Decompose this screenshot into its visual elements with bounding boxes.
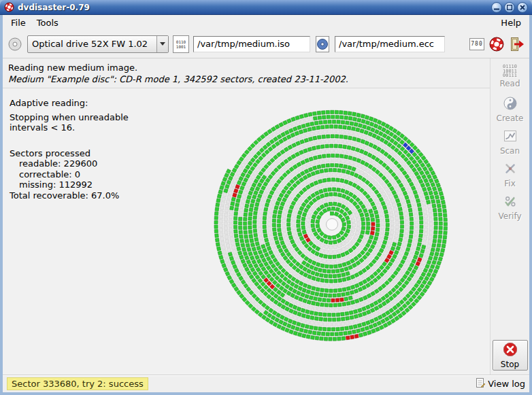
scan-button-label: Scan bbox=[500, 146, 520, 156]
titlebar[interactable]: dvdisaster-0.79 bbox=[0, 0, 532, 15]
create-button[interactable]: Create bbox=[493, 94, 528, 124]
drive-select-value: Optical drive 52X FW 1.02 bbox=[28, 39, 156, 49]
total-recoverable: Total recoverable: 67.0% bbox=[10, 190, 129, 201]
status-message: Sector 333680, try 2: success bbox=[7, 377, 148, 390]
maximize-button[interactable] bbox=[504, 2, 515, 13]
stop-condition-line2: intervals < 16. bbox=[10, 122, 129, 133]
medium-info: Medium "Example disc": CD-R mode 1, 3425… bbox=[8, 73, 484, 85]
fix-button-label: Fix bbox=[504, 179, 515, 188]
scan-button[interactable]: Scan bbox=[493, 126, 528, 157]
preferences-icon[interactable]: 780 bbox=[469, 38, 484, 50]
close-button[interactable] bbox=[517, 2, 528, 13]
fix-icon bbox=[503, 161, 518, 178]
menu-file[interactable]: File bbox=[5, 16, 31, 29]
main-area: Adaptive reading: Stopping when unreadab… bbox=[3, 88, 490, 375]
view-log-icon bbox=[476, 377, 485, 390]
correctable-count: correctable: 0 bbox=[10, 169, 129, 180]
image-file-icon: 0110 1001 bbox=[173, 35, 189, 53]
minimize-button[interactable] bbox=[491, 2, 502, 13]
app-icon bbox=[4, 2, 14, 12]
menubar: File Tools Help bbox=[3, 15, 529, 30]
stop-icon bbox=[503, 342, 518, 359]
view-log-label: View log bbox=[488, 379, 525, 389]
help-icon[interactable] bbox=[488, 36, 505, 52]
window-title: dvdisaster-0.79 bbox=[18, 3, 488, 12]
sectors-processed-title: Sectors processed bbox=[10, 148, 129, 159]
ecc-path-input[interactable] bbox=[335, 36, 445, 52]
readable-count: readable: 229600 bbox=[10, 158, 129, 169]
statusbar: Sector 333680, try 2: success View log bbox=[3, 375, 529, 392]
create-button-label: Create bbox=[497, 114, 524, 123]
drive-icon bbox=[7, 36, 23, 52]
status-line1: Reading new medium image. bbox=[8, 62, 484, 73]
read-icon: 01110 10011 00111 bbox=[503, 65, 517, 78]
menu-tools[interactable]: Tools bbox=[31, 16, 64, 29]
quit-icon[interactable] bbox=[509, 36, 525, 52]
adaptive-reading-title: Adaptive reading: bbox=[10, 98, 129, 109]
view-log-button[interactable]: View log bbox=[476, 377, 525, 390]
verify-button-label: Verify bbox=[498, 211, 521, 221]
scan-icon bbox=[503, 128, 518, 145]
menu-help[interactable]: Help bbox=[495, 16, 527, 29]
toolbar: Optical drive 52X FW 1.02 0110 1001 780 bbox=[3, 30, 529, 58]
create-icon bbox=[503, 96, 518, 113]
status-header: Reading new medium image. Medium "Exampl… bbox=[3, 58, 490, 88]
read-button-label: Read bbox=[499, 79, 520, 88]
reading-info-panel: Adaptive reading: Stopping when unreadab… bbox=[10, 98, 129, 201]
missing-count: missing: 112992 bbox=[10, 179, 129, 190]
ecc-file-icon bbox=[314, 35, 331, 53]
verify-button[interactable]: Verify bbox=[493, 192, 528, 222]
app-window: dvdisaster-0.79 File Tools Help Optical … bbox=[0, 0, 532, 395]
stop-condition-line1: Stopping when unreadable bbox=[10, 112, 129, 123]
drive-select[interactable]: Optical drive 52X FW 1.02 bbox=[27, 35, 169, 53]
stop-button[interactable]: Stop bbox=[493, 340, 528, 371]
fix-button[interactable]: Fix bbox=[493, 159, 528, 190]
read-button[interactable]: 01110 10011 00111 Read bbox=[493, 61, 528, 92]
image-path-input[interactable] bbox=[193, 36, 310, 52]
chevron-down-icon bbox=[156, 36, 168, 52]
verify-icon bbox=[503, 194, 518, 211]
sidebar: 01110 10011 00111 Read Create bbox=[490, 58, 529, 375]
stop-button-label: Stop bbox=[501, 360, 519, 369]
